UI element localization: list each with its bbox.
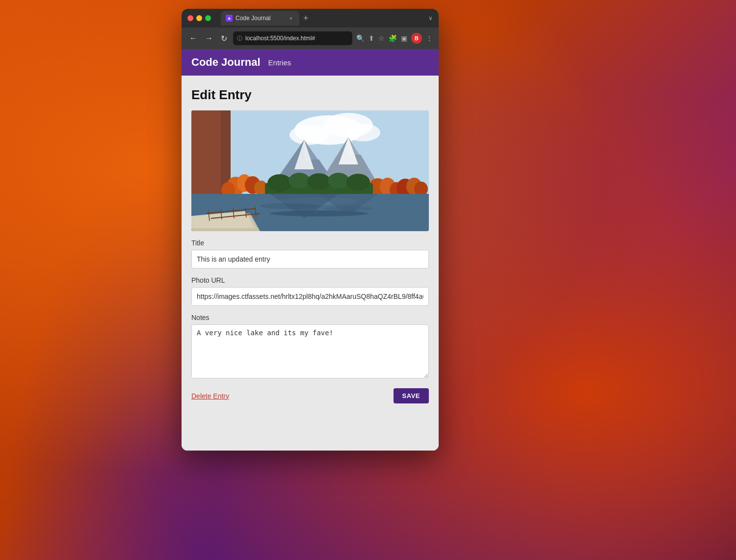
- entry-image: [191, 110, 429, 231]
- address-bar[interactable]: ⓘ localhost:5500/index.html#: [233, 31, 352, 45]
- new-tab-button[interactable]: +: [301, 13, 311, 24]
- app-header: Code Journal Entries: [182, 49, 439, 76]
- title-label: Title: [191, 239, 429, 247]
- delete-entry-link[interactable]: Delete Entry: [191, 392, 229, 400]
- photo-url-input[interactable]: [191, 287, 429, 306]
- traffic-light-minimize[interactable]: [196, 15, 202, 21]
- user-avatar[interactable]: B: [411, 33, 422, 44]
- browser-addressbar: ← → ↻ ⓘ localhost:5500/index.html# 🔍 ⬆ ☆…: [182, 27, 439, 49]
- entries-nav-link[interactable]: Entries: [268, 58, 291, 67]
- address-text: localhost:5500/index.html#: [245, 35, 348, 42]
- page-heading: Edit Entry: [191, 87, 429, 103]
- main-content: Edit Entry: [182, 76, 439, 451]
- tab-title: Code Journal: [236, 15, 270, 22]
- extensions-icon[interactable]: 🧩: [389, 34, 397, 42]
- tab-close-button[interactable]: ×: [288, 15, 294, 22]
- traffic-light-maximize[interactable]: [205, 15, 211, 21]
- svg-point-26: [289, 173, 310, 188]
- photo-url-label: Photo URL: [191, 276, 429, 284]
- photo-url-form-group: Photo URL: [191, 276, 429, 306]
- notes-form-group: Notes: [191, 314, 429, 380]
- search-icon[interactable]: 🔍: [356, 34, 365, 42]
- tab-chevron-icon[interactable]: ∨: [428, 15, 433, 22]
- svg-point-4: [346, 124, 380, 141]
- notes-textarea[interactable]: [191, 324, 429, 378]
- entry-image-container: [191, 110, 429, 231]
- forward-button[interactable]: →: [203, 33, 215, 44]
- svg-point-25: [267, 174, 292, 192]
- svg-point-3: [289, 125, 329, 145]
- notes-label: Notes: [191, 314, 429, 321]
- page-content: Code Journal Entries Edit Entry: [182, 49, 439, 451]
- tab-bar: ◈ Code Journal × + ∨: [221, 11, 433, 26]
- traffic-lights: [187, 15, 211, 21]
- save-button[interactable]: SAVE: [394, 388, 429, 403]
- browser-toolbar-icons: 🔍 ⬆ ☆ 🧩 ▣ B ⋮: [356, 33, 433, 44]
- browser-window: ◈ Code Journal × + ∨ ← → ↻ ⓘ localhost:5…: [182, 9, 439, 451]
- browser-menu-icon[interactable]: ⋮: [426, 34, 433, 42]
- form-actions: Delete Entry SAVE: [191, 388, 429, 403]
- traffic-light-close[interactable]: [187, 15, 193, 21]
- share-icon[interactable]: ⬆: [368, 34, 374, 42]
- bookmark-icon[interactable]: ☆: [378, 34, 385, 42]
- svg-point-27: [307, 173, 331, 190]
- lock-icon: ⓘ: [237, 35, 242, 42]
- browser-tab-active[interactable]: ◈ Code Journal ×: [221, 11, 299, 26]
- back-button[interactable]: ←: [187, 33, 199, 44]
- tab-favicon-icon: ◈: [226, 15, 233, 22]
- sidebar-toggle-icon[interactable]: ▣: [401, 34, 407, 42]
- title-form-group: Title: [191, 239, 429, 268]
- browser-titlebar: ◈ Code Journal × + ∨: [182, 9, 439, 27]
- app-title: Code Journal: [191, 56, 261, 69]
- svg-point-29: [346, 174, 370, 190]
- reload-button[interactable]: ↻: [219, 33, 229, 44]
- title-input[interactable]: [191, 250, 429, 268]
- svg-point-28: [328, 173, 349, 188]
